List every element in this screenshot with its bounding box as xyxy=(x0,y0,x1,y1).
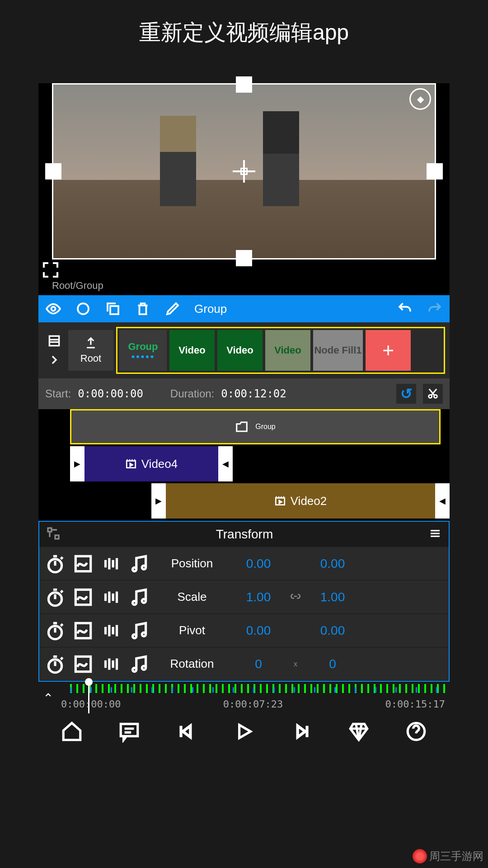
copy-icon[interactable] xyxy=(105,301,121,317)
wave-icon[interactable] xyxy=(100,586,122,609)
svg-rect-31 xyxy=(121,724,138,736)
video-preview[interactable] xyxy=(52,83,436,259)
separator: x xyxy=(289,660,302,668)
clip-handle[interactable]: ▶ xyxy=(70,446,84,481)
property-value[interactable]: 1.00 xyxy=(308,590,357,604)
music-icon[interactable] xyxy=(128,619,150,642)
wave-icon[interactable] xyxy=(100,552,122,575)
resize-handle[interactable] xyxy=(45,163,61,179)
transform-row: Scale1.001.00 xyxy=(39,580,449,614)
property-value[interactable]: 0.00 xyxy=(308,557,357,571)
circle-icon[interactable] xyxy=(75,301,91,317)
start-label: Start: xyxy=(45,387,71,400)
property-value[interactable]: 0.00 xyxy=(234,623,283,638)
fullscreen-icon[interactable] xyxy=(40,259,61,281)
music-icon[interactable] xyxy=(128,586,150,609)
svg-point-21 xyxy=(132,601,136,604)
prev-frame-icon[interactable] xyxy=(175,720,198,743)
resize-handle[interactable] xyxy=(427,163,443,179)
property-value[interactable]: 0 xyxy=(308,657,357,671)
clip-video2[interactable]: ▶ Video2 ◀ xyxy=(151,483,450,519)
ruler-time: 0:00:00:00 xyxy=(61,698,121,710)
svg-point-1 xyxy=(78,303,89,314)
stopwatch-icon[interactable] xyxy=(44,586,66,609)
layer-group: Group ●●●●● Video Video Video Node Fill1… xyxy=(116,327,445,374)
layer-tile-group[interactable]: Group ●●●●● xyxy=(119,330,167,371)
music-icon[interactable] xyxy=(128,552,150,575)
start-value[interactable]: 0:00:00:00 xyxy=(78,387,143,400)
clip-group[interactable]: Group xyxy=(70,409,441,444)
transform-row: Position0.000.00 xyxy=(39,547,449,580)
page-title: 重新定义视频编辑app xyxy=(0,0,488,56)
property-label: Position xyxy=(156,557,228,571)
layer-tile-nodefill[interactable]: Node Fill1 xyxy=(313,330,363,371)
watermark-logo-icon xyxy=(413,849,427,863)
crosshair-icon[interactable] xyxy=(233,160,255,183)
help-icon[interactable] xyxy=(405,720,427,743)
svg-point-30 xyxy=(142,666,145,670)
property-value[interactable]: 0.00 xyxy=(234,557,283,571)
timeline-ruler[interactable]: ⌃ 0:00:00:00 0:00:07:23 0:00:15:17 xyxy=(38,682,450,713)
cut-icon[interactable] xyxy=(423,384,443,404)
diamond-icon[interactable] xyxy=(347,720,370,743)
graph-icon[interactable] xyxy=(72,586,94,609)
link-icon[interactable] xyxy=(289,590,302,604)
layer-tile-video[interactable]: Video xyxy=(169,330,215,371)
snap-icon[interactable]: ↺ xyxy=(396,384,416,404)
ruler-time: 0:00:15:17 xyxy=(385,698,445,710)
resize-handle[interactable] xyxy=(236,76,252,93)
breadcrumb: Root/Group xyxy=(52,280,450,292)
clip-handle[interactable]: ◀ xyxy=(218,446,233,481)
svg-rect-10 xyxy=(48,528,52,532)
music-icon[interactable] xyxy=(128,653,150,675)
menu-icon[interactable] xyxy=(428,527,442,542)
stopwatch-icon[interactable] xyxy=(44,653,66,675)
graph-icon[interactable] xyxy=(72,619,94,642)
sidebar-toggle[interactable] xyxy=(43,334,66,367)
clip-handle[interactable]: ◀ xyxy=(435,483,450,519)
toolbar-label: Group xyxy=(194,302,227,316)
stopwatch-icon[interactable] xyxy=(44,619,66,642)
layer-tile-video[interactable]: Video xyxy=(265,330,310,371)
transform-row: Rotation0x0 xyxy=(39,647,449,681)
rotate-icon[interactable] xyxy=(409,88,431,110)
preview-figure xyxy=(263,111,299,206)
bottom-bar xyxy=(38,716,450,747)
delete-icon[interactable] xyxy=(135,301,151,317)
ruler-time: 0:00:07:23 xyxy=(223,698,283,710)
duration-value[interactable]: 0:00:12:02 xyxy=(221,387,286,400)
next-frame-icon[interactable] xyxy=(290,720,313,743)
graph-icon[interactable] xyxy=(72,653,94,675)
redo-icon[interactable] xyxy=(427,301,443,317)
home-icon[interactable] xyxy=(61,720,83,743)
svg-point-26 xyxy=(142,632,145,636)
timeline-area: Group ▶ Video4 ◀ ▶ Video2 ◀ xyxy=(38,409,450,519)
ruler-marks xyxy=(70,687,450,693)
undo-icon[interactable] xyxy=(397,301,413,317)
transform-node-icon[interactable] xyxy=(46,526,61,542)
comment-icon[interactable] xyxy=(118,720,141,743)
edit-icon[interactable] xyxy=(164,301,181,317)
graph-icon[interactable] xyxy=(72,552,94,575)
collapse-icon[interactable]: ⌃ xyxy=(43,691,53,706)
stopwatch-icon[interactable] xyxy=(44,552,66,575)
visibility-icon[interactable] xyxy=(45,301,61,317)
clip-handle[interactable]: ▶ xyxy=(151,483,166,519)
property-value[interactable]: 0 xyxy=(234,657,283,671)
layer-tile-video[interactable]: Video xyxy=(217,330,263,371)
svg-rect-3 xyxy=(49,336,59,345)
svg-rect-11 xyxy=(55,535,59,539)
root-tile[interactable]: Root xyxy=(68,330,113,371)
play-icon[interactable] xyxy=(233,720,255,743)
layer-strip: Root Group ●●●●● Video Video Video Node … xyxy=(38,322,450,378)
clip-video4[interactable]: ▶ Video4 ◀ xyxy=(70,446,233,481)
add-layer-button[interactable]: + xyxy=(366,330,411,371)
wave-icon[interactable] xyxy=(100,653,122,675)
property-value[interactable]: 0.00 xyxy=(308,623,357,638)
property-value[interactable]: 1.00 xyxy=(234,590,283,604)
watermark: 周三手游网 xyxy=(413,849,483,863)
top-toolbar: Group xyxy=(38,295,450,322)
property-label: Pivot xyxy=(156,623,228,637)
resize-handle[interactable] xyxy=(236,250,252,266)
wave-icon[interactable] xyxy=(100,619,122,642)
